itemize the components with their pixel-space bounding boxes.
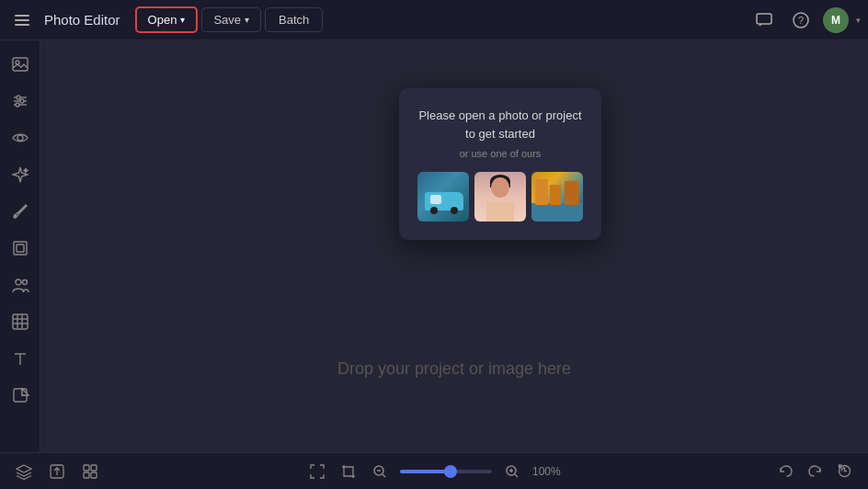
- save-chevron: ▾: [245, 15, 249, 25]
- header-left: Photo Editor: [7, 6, 120, 35]
- svg-rect-35: [91, 472, 97, 478]
- svg-rect-1: [15, 19, 29, 21]
- export-button[interactable]: [44, 459, 70, 484]
- help-button[interactable]: ?: [786, 6, 816, 35]
- svg-line-42: [515, 474, 518, 477]
- svg-rect-21: [13, 314, 28, 329]
- undo-button[interactable]: [772, 459, 798, 484]
- svg-rect-33: [91, 465, 97, 471]
- open-label: Open: [148, 13, 177, 27]
- svg-rect-34: [84, 472, 89, 478]
- bottom-bar: 100%: [0, 452, 868, 489]
- avatar[interactable]: M: [823, 7, 849, 33]
- sidebar-item-sticker[interactable]: [4, 379, 37, 412]
- svg-point-12: [17, 96, 20, 99]
- popup-subtitle: or use one of ours: [417, 148, 583, 159]
- sidebar-item-adjust[interactable]: [4, 85, 37, 118]
- svg-point-13: [20, 99, 24, 103]
- chat-button[interactable]: [749, 6, 779, 35]
- svg-rect-18: [17, 244, 24, 252]
- grid-button[interactable]: [77, 459, 103, 484]
- save-button[interactable]: Save ▾: [201, 7, 261, 32]
- svg-rect-0: [15, 15, 29, 17]
- open-popup: Please open a photo or project to get st…: [399, 88, 601, 240]
- svg-rect-3: [757, 14, 771, 24]
- sidebar-item-sparkle[interactable]: [4, 158, 37, 191]
- open-button[interactable]: Open ▾: [135, 6, 199, 33]
- svg-text:?: ?: [798, 15, 804, 26]
- zoom-slider-thumb[interactable]: [444, 465, 457, 478]
- zoom-level-text: 100%: [532, 465, 569, 478]
- popup-images: [417, 172, 583, 222]
- zoom-in-button[interactable]: [501, 461, 523, 483]
- menu-button[interactable]: [7, 6, 37, 35]
- sidebar: [0, 40, 40, 452]
- bottom-left: [11, 459, 103, 484]
- sample-image-2[interactable]: [474, 172, 526, 222]
- svg-rect-2: [15, 24, 29, 26]
- fit-to-screen-button[interactable]: [306, 461, 328, 483]
- zoom-slider[interactable]: [400, 470, 492, 473]
- zoom-out-button[interactable]: [369, 461, 391, 483]
- svg-point-20: [22, 280, 27, 285]
- sidebar-item-text[interactable]: [4, 342, 37, 375]
- save-label: Save: [213, 13, 241, 27]
- svg-rect-17: [14, 242, 27, 255]
- sidebar-item-photo[interactable]: [4, 48, 37, 81]
- header: Photo Editor Open ▾ Save ▾ Batch ?: [0, 0, 868, 40]
- svg-point-16: [14, 215, 17, 218]
- batch-label: Batch: [279, 13, 309, 27]
- history-button[interactable]: [831, 459, 857, 484]
- batch-button[interactable]: Batch: [265, 7, 323, 32]
- zoom-slider-fill: [400, 470, 451, 473]
- sidebar-item-texture[interactable]: [4, 305, 37, 338]
- canvas-area[interactable]: Please open a photo or project to get st…: [40, 40, 868, 452]
- svg-point-19: [16, 279, 21, 285]
- svg-line-38: [383, 474, 385, 477]
- header-right: ? M ▾: [749, 6, 861, 35]
- drop-zone-text: Drop your project or image here: [337, 359, 571, 379]
- svg-point-14: [16, 103, 19, 107]
- svg-rect-32: [84, 465, 89, 471]
- bottom-center: 100%: [108, 461, 767, 483]
- app-title: Photo Editor: [44, 12, 120, 28]
- redo-button[interactable]: [802, 459, 828, 484]
- layers-button[interactable]: [11, 459, 37, 484]
- main-area: Please open a photo or project to get st…: [0, 40, 868, 452]
- avatar-chevron[interactable]: ▾: [856, 16, 861, 25]
- open-chevron: ▾: [180, 15, 185, 25]
- svg-point-15: [17, 135, 23, 141]
- sidebar-item-eye[interactable]: [4, 121, 37, 154]
- bottom-right: [772, 459, 857, 484]
- sidebar-item-brush[interactable]: [4, 195, 37, 228]
- header-center: Open ▾ Save ▾ Batch: [135, 6, 324, 33]
- sample-image-3[interactable]: [531, 172, 583, 222]
- popup-title: Please open a photo or project to get st…: [417, 107, 583, 142]
- svg-marker-29: [17, 465, 31, 472]
- sidebar-item-frame[interactable]: [4, 232, 37, 265]
- svg-rect-7: [13, 58, 28, 71]
- sample-image-1[interactable]: [417, 172, 469, 222]
- sidebar-item-people[interactable]: [4, 268, 37, 301]
- crop-button[interactable]: [337, 461, 360, 483]
